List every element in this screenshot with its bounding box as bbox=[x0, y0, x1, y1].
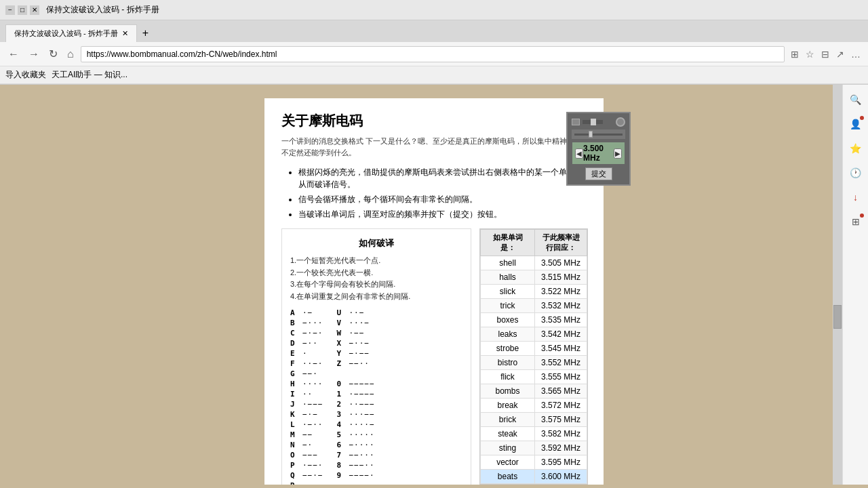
radio-widget: ◀ 3.500 MHz ▶ 提交 bbox=[566, 112, 631, 186]
table-row: boxes3.535 MHz bbox=[481, 313, 587, 327]
table-row: steak3.582 MHz bbox=[481, 427, 587, 441]
morse-left-col: A·− B−··· C−·−· D−·· E· F··−· G−−· H····… bbox=[290, 308, 323, 485]
table-row: slick3.522 MHz bbox=[481, 285, 587, 299]
radio-slider-row bbox=[572, 129, 625, 139]
favorites-button[interactable]: ☆ bbox=[804, 47, 816, 61]
notification-dot bbox=[860, 116, 864, 120]
freq-increase-button[interactable]: ▶ bbox=[614, 148, 622, 159]
scrollbar-thumb[interactable] bbox=[833, 305, 842, 329]
tab-close-button[interactable]: ✕ bbox=[122, 29, 128, 38]
morse-instr-1: 1.一个短暂亮光代表一个点. bbox=[290, 255, 462, 267]
freq-value-cell: 3.572 MHz bbox=[535, 399, 587, 413]
table-row: shell3.505 MHz bbox=[481, 256, 587, 270]
extensions-button[interactable]: ⊞ bbox=[789, 47, 801, 61]
freq-word-cell: shell bbox=[481, 256, 535, 270]
apps-sidebar-icon[interactable]: ⊞ bbox=[846, 212, 865, 231]
table-row: bombs3.565 MHz bbox=[481, 384, 587, 399]
table-row: leaks3.542 MHz bbox=[481, 327, 587, 342]
back-button[interactable]: ← bbox=[5, 47, 22, 62]
scrollbar[interactable] bbox=[833, 85, 842, 485]
bookmark-bar: 导入收藏夹 天工AI助手 — 知识... bbox=[0, 66, 868, 84]
window-title: 保持文波破设入波码 - 拆炸手册 bbox=[46, 4, 159, 16]
page-title: 关于摩斯电码 bbox=[281, 112, 587, 130]
bookmark1[interactable]: 导入收藏夹 bbox=[5, 69, 46, 81]
freq-decrease-button[interactable]: ◀ bbox=[575, 148, 583, 159]
freq-value-cell: 3.532 MHz bbox=[535, 299, 587, 313]
table-row: bistro3.552 MHz bbox=[481, 356, 587, 370]
table-row: halls3.515 MHz bbox=[481, 270, 587, 285]
close-button[interactable]: ✕ bbox=[30, 5, 39, 15]
freq-word-cell: trick bbox=[481, 299, 535, 313]
radio-circle-indicator bbox=[616, 117, 625, 127]
radio-freq-value: 3.500 MHz bbox=[583, 144, 614, 163]
two-col-layout: 如何破译 1.一个短暂亮光代表一个点. 2.一个较长亮光代表一横. 3.在每个字… bbox=[281, 228, 587, 485]
home-button[interactable]: ⌂ bbox=[64, 47, 77, 62]
freq-word-cell: beats bbox=[481, 470, 535, 484]
table-row: sting3.592 MHz bbox=[481, 441, 587, 455]
menu-button[interactable]: … bbox=[849, 47, 863, 61]
new-tab-button[interactable]: + bbox=[137, 24, 154, 42]
radio-submit-button[interactable]: 提交 bbox=[585, 167, 612, 180]
tab-label: 保持文波破设入波码 - 拆炸手册 bbox=[14, 28, 118, 39]
freq-table-header-freq: 于此频率进行回应： bbox=[535, 230, 587, 256]
radio-submit-area: 提交 bbox=[572, 167, 625, 180]
freq-word-cell: boxes bbox=[481, 313, 535, 327]
morse-instr-2: 2.一个较长亮光代表一横. bbox=[290, 267, 462, 279]
freq-value-cell: 3.505 MHz bbox=[535, 256, 587, 270]
page-inner: 关于摩斯电码 一个讲到的消息交换格式 下一又是什么？嗯、至少还是真正的摩斯电码，… bbox=[129, 85, 739, 485]
bookmark2[interactable]: 天工AI助手 — 知识... bbox=[52, 69, 127, 81]
refresh-button[interactable]: ↻ bbox=[46, 46, 60, 62]
search-sidebar-icon[interactable]: 🔍 bbox=[846, 90, 865, 109]
right-sidebar: 🔍 👤 ⭐ 🕐 ↓ ⊞ bbox=[842, 85, 868, 485]
freq-word-cell: halls bbox=[481, 270, 535, 285]
nav-actions: ⊞ ☆ ⊟ ↗ … bbox=[789, 47, 863, 61]
table-row: vector3.595 MHz bbox=[481, 455, 587, 470]
freq-word-cell: leaks bbox=[481, 327, 535, 342]
window-controls: − □ ✕ bbox=[5, 5, 39, 15]
freq-value-cell: 3.555 MHz bbox=[535, 370, 587, 384]
active-tab[interactable]: 保持文波破设入波码 - 拆炸手册 ✕ bbox=[5, 24, 137, 42]
morse-instr-4: 4.在单词重复之间会有非常长的间隔. bbox=[290, 291, 462, 303]
freq-word-cell: bistro bbox=[481, 356, 535, 370]
download-sidebar-icon[interactable]: ↓ bbox=[846, 188, 865, 207]
morse-right-col: U··− V···− W·−− X−··− Y−·−− Z−−·· 0−−−−−… bbox=[337, 308, 375, 485]
maximize-button[interactable]: □ bbox=[18, 5, 27, 15]
morse-instructions: 1.一个短暂亮光代表一个点. 2.一个较长亮光代表一横. 3.在每个字母间会有较… bbox=[290, 255, 462, 302]
read-mode-button[interactable]: ⊟ bbox=[819, 47, 831, 61]
freq-value-cell: 3.545 MHz bbox=[535, 342, 587, 356]
instruction-3: 当破译出单词后，调至对应的频率并按下（提交）按钮。 bbox=[298, 208, 587, 220]
bookmark-sidebar-icon[interactable]: ⭐ bbox=[846, 139, 865, 158]
freq-value-cell: 3.595 MHz bbox=[535, 455, 587, 470]
freq-value-cell: 3.535 MHz bbox=[535, 313, 587, 327]
radio-position-marker[interactable] bbox=[589, 131, 593, 138]
forward-button[interactable]: → bbox=[26, 47, 42, 62]
subtitle: 一个讲到的消息交换格式 下一又是什么？嗯、至少还是真正的摩斯电码，所以集中精神！… bbox=[281, 136, 587, 158]
radio-slider-track[interactable] bbox=[583, 120, 603, 124]
browser-chrome: − □ ✕ 保持文波破设入波码 - 拆炸手册 保持文波破设入波码 - 拆炸手册 … bbox=[0, 0, 868, 85]
freq-value-cell: 3.522 MHz bbox=[535, 285, 587, 299]
freq-value-cell: 3.552 MHz bbox=[535, 356, 587, 370]
freq-value-cell: 3.592 MHz bbox=[535, 441, 587, 455]
apps-dot bbox=[860, 214, 864, 218]
user-sidebar-icon[interactable]: 👤 bbox=[846, 115, 865, 134]
history-sidebar-icon[interactable]: 🕐 bbox=[846, 163, 865, 182]
radio-knob-left[interactable] bbox=[572, 119, 580, 125]
instruction-1: 根据闪烁的亮光，借助提供的摩斯电码表来尝试拼出右侧表格中的某一个单词，从而破译信… bbox=[298, 166, 587, 190]
address-bar[interactable] bbox=[81, 46, 785, 62]
share-button[interactable]: ↗ bbox=[834, 47, 846, 61]
table-row: brick3.575 MHz bbox=[481, 413, 587, 427]
morse-code-box: 如何破译 1.一个短暂亮光代表一个点. 2.一个较长亮光代表一横. 3.在每个字… bbox=[281, 228, 471, 485]
tab-bar: 保持文波破设入波码 - 拆炸手册 ✕ + bbox=[0, 20, 868, 42]
radio-freq-display: ◀ 3.500 MHz ▶ bbox=[572, 142, 625, 165]
minimize-button[interactable]: − bbox=[5, 5, 15, 15]
instructions-list: 根据闪烁的亮光，借助提供的摩斯电码表来尝试拼出右侧表格中的某一个单词，从而破译信… bbox=[281, 166, 587, 220]
freq-word-cell: strobe bbox=[481, 342, 535, 356]
freq-value-cell: 3.542 MHz bbox=[535, 327, 587, 342]
main-content: 关于摩斯电码 一个讲到的消息交换格式 下一又是什么？嗯、至少还是真正的摩斯电码，… bbox=[264, 98, 604, 485]
freq-table-header-word: 如果单词是： bbox=[481, 230, 535, 256]
freq-word-cell: brick bbox=[481, 413, 535, 427]
radio-slider-thumb[interactable] bbox=[591, 119, 596, 125]
nav-bar: ← → ↻ ⌂ ⊞ ☆ ⊟ ↗ … bbox=[0, 42, 868, 66]
radio-track-full[interactable] bbox=[574, 134, 623, 136]
freq-word-cell: slick bbox=[481, 285, 535, 299]
